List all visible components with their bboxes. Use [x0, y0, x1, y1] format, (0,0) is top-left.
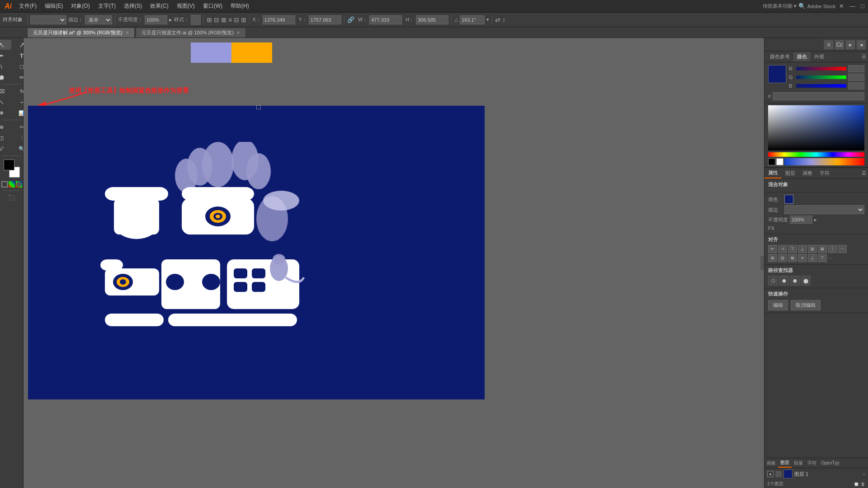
- btab-char[interactable]: 字符: [805, 459, 819, 467]
- align-right[interactable]: ⊤: [788, 245, 797, 253]
- black-swatch[interactable]: [768, 158, 775, 165]
- prop-tab-char[interactable]: 字符: [816, 169, 833, 178]
- transform-icon[interactable]: ⇄: [495, 16, 500, 23]
- path-intersect[interactable]: ⬣: [790, 276, 800, 286]
- panel-icon-layers[interactable]: ≡: [824, 40, 834, 50]
- menu-window[interactable]: 窗口(W): [199, 1, 226, 11]
- prop-tab-layers[interactable]: 图层: [782, 169, 799, 178]
- align-icon-1[interactable]: ⊞: [207, 16, 212, 23]
- link-icon[interactable]: 🔗: [347, 16, 354, 23]
- stroke-select-prop[interactable]: [784, 205, 864, 214]
- menu-edit[interactable]: 编辑(E): [41, 1, 66, 11]
- align-center-h[interactable]: ⊣: [778, 245, 787, 253]
- menu-effect[interactable]: 效果(C): [146, 1, 172, 11]
- r-slider[interactable]: [796, 67, 846, 70]
- maximize-icon[interactable]: □: [859, 3, 866, 9]
- path-exclude[interactable]: ⬤: [801, 276, 811, 286]
- menu-view[interactable]: 视图(V): [173, 1, 198, 11]
- angle-dropdown[interactable]: ▾: [486, 17, 489, 23]
- align-icon-6[interactable]: ⊞: [241, 16, 246, 23]
- new-layer-btn[interactable]: 🔲: [854, 482, 859, 487]
- g-input[interactable]: [848, 74, 864, 81]
- canvas-expand-handle[interactable]: [760, 256, 764, 270]
- path-minus[interactable]: ⬢: [779, 276, 789, 286]
- distribute-h[interactable]: ⋮: [828, 245, 837, 253]
- fill-swatch[interactable]: [4, 160, 14, 170]
- menu-object[interactable]: 对象(O): [67, 1, 93, 11]
- prop-tab-adjust[interactable]: 调整: [799, 169, 816, 178]
- align-icon-4[interactable]: ≡: [228, 16, 232, 23]
- minimize-icon[interactable]: —: [848, 3, 857, 9]
- panel-expand[interactable]: ▸: [845, 40, 855, 50]
- change-screen-mode[interactable]: ⬛: [2, 192, 22, 202]
- dist-3[interactable]: ⊟: [778, 254, 787, 262]
- dist-4[interactable]: ⊠: [788, 254, 797, 262]
- tab-2-close[interactable]: ✕: [236, 30, 240, 35]
- distribute-v[interactable]: ⋯: [838, 245, 847, 253]
- align-left[interactable]: ⊢: [768, 245, 777, 253]
- btab-layers[interactable]: 图层: [778, 459, 792, 468]
- dist-6[interactable]: ⊥: [808, 254, 817, 262]
- edit-button[interactable]: 编辑: [768, 300, 788, 310]
- paint-tool[interactable]: ⬟: [0, 72, 11, 82]
- search-icon[interactable]: 🔍: [798, 3, 806, 9]
- layer-lock[interactable]: [775, 471, 782, 477]
- line-tool[interactable]: \: [0, 61, 11, 71]
- panel-collapse[interactable]: ◂: [856, 40, 866, 50]
- align-center-v[interactable]: ⊞: [808, 245, 817, 253]
- menu-help[interactable]: 帮助(H): [227, 1, 253, 11]
- style-preview[interactable]: [191, 15, 201, 25]
- menu-text[interactable]: 文字(T): [94, 1, 119, 11]
- angle-input[interactable]: [460, 15, 485, 24]
- reflect-icon[interactable]: ↕: [502, 16, 505, 23]
- color-ref-tab[interactable]: 颜色参考: [766, 52, 793, 61]
- btab-para[interactable]: 段落: [792, 459, 805, 467]
- layer-visibility[interactable]: ●: [767, 471, 774, 477]
- none-swatch[interactable]: [1, 181, 8, 188]
- align-icon-3[interactable]: ⊠: [221, 16, 226, 23]
- fill-color-box[interactable]: [784, 195, 793, 204]
- stroke-select[interactable]: [30, 15, 66, 24]
- opacity-arrow[interactable]: ▸: [169, 16, 172, 23]
- close-icon[interactable]: ✕: [837, 3, 846, 9]
- dist-5[interactable]: ≡: [798, 254, 807, 262]
- gradient-swatch[interactable]: [9, 181, 15, 188]
- prop-menu[interactable]: ☰: [860, 170, 868, 176]
- dist-2[interactable]: ⊞: [768, 254, 777, 262]
- opacity-input-prop[interactable]: [790, 216, 812, 224]
- artboard-tool[interactable]: ⊕: [0, 122, 11, 132]
- more-align[interactable]: ⋯: [828, 256, 832, 261]
- tab-2[interactable]: 元旦是只猫源文件.ai @ 100% (RGB/预览) ✕: [136, 28, 246, 38]
- pattern-swatch[interactable]: [16, 181, 22, 188]
- btab-opentype[interactable]: OpenTyp: [819, 460, 842, 466]
- align-bottom[interactable]: ⊠: [818, 245, 827, 253]
- align-icon-2[interactable]: ⊟: [214, 16, 219, 23]
- panel-icon-cc[interactable]: Cc: [835, 40, 844, 50]
- opacity-expand[interactable]: ▸: [814, 217, 817, 223]
- gradient-swatches[interactable]: [784, 158, 864, 165]
- g-slider[interactable]: [796, 75, 846, 79]
- b-input[interactable]: [848, 82, 864, 89]
- stroke-weight-select[interactable]: 基本: [85, 15, 112, 24]
- color-tab[interactable]: 颜色: [793, 52, 811, 61]
- x-input[interactable]: [263, 15, 295, 24]
- prop-tab-attr[interactable]: 属性: [764, 168, 782, 178]
- path-unite[interactable]: ⬡: [768, 276, 778, 286]
- menu-select[interactable]: 选择(S): [120, 1, 146, 11]
- btab-artboard[interactable]: 画板: [764, 459, 778, 467]
- white-swatch[interactable]: [776, 158, 783, 165]
- selection-tool[interactable]: ↖: [0, 40, 11, 50]
- w-input[interactable]: [369, 15, 402, 24]
- appearance-tab[interactable]: 外观: [811, 52, 828, 61]
- align-icon-5[interactable]: ⊟: [234, 16, 239, 23]
- hex-input[interactable]: [773, 92, 864, 100]
- y-input[interactable]: [309, 15, 341, 24]
- dist-7[interactable]: ⊤: [818, 254, 827, 262]
- cancel-edit-button[interactable]: 取消编辑: [791, 300, 821, 310]
- menu-file[interactable]: 文件(F): [15, 1, 40, 11]
- align-top[interactable]: ⊥: [798, 245, 807, 253]
- fx-label[interactable]: FX: [768, 225, 774, 231]
- gradient-tool[interactable]: ◫: [0, 133, 11, 143]
- pen-tool[interactable]: ✒: [0, 51, 11, 61]
- eyedropper-tool[interactable]: 🖊: [0, 144, 11, 154]
